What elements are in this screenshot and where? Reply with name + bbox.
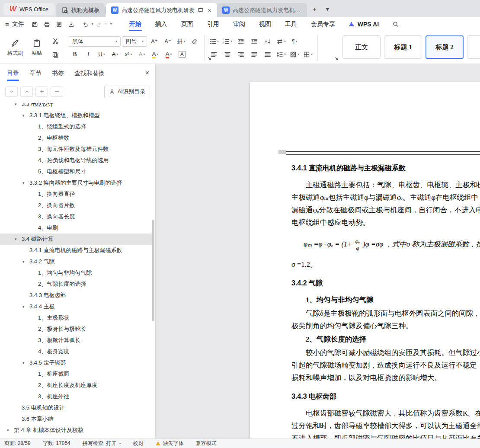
navigation-tab[interactable]: 目录 [7, 64, 19, 83]
menu-tab[interactable]: 审阅 [226, 17, 252, 31]
close-pane-icon[interactable]: × [145, 69, 149, 77]
shading-button[interactable]: ▾ [288, 49, 301, 60]
outline-item[interactable]: 3.6 本章小结 [0, 413, 152, 425]
collapse-arrow-icon[interactable]: ▾ [22, 259, 29, 264]
outline-item[interactable]: 4、电刷 [0, 222, 152, 234]
template-search-tab[interactable]: 找稻壳模板 [56, 3, 105, 17]
navigation-tab[interactable]: 书签 [52, 64, 64, 83]
font-name-select[interactable]: 黑体 ▾ [69, 36, 121, 47]
collapse-arrow-icon[interactable]: ▾ [15, 103, 22, 106]
outline-item[interactable]: 3、机座外径 [0, 391, 152, 402]
outline-item[interactable]: 3.4.3 电枢齿部 [0, 290, 152, 301]
outline-item[interactable]: ▾3.4.5 定子轭部 [0, 357, 152, 368]
wps-home-button[interactable]: W WPS Office [3, 3, 54, 15]
compat-mode-indicator[interactable]: 兼容模式 [195, 440, 216, 447]
page-indicator[interactable]: 页面: 28/59 [4, 440, 31, 447]
style-preset[interactable]: 标题 2 [426, 35, 464, 59]
outline-item[interactable]: 4、热负载和电枢导线的选用 [0, 155, 152, 166]
superscript-button[interactable]: x²▾ [122, 49, 134, 60]
decrease-indent-button[interactable] [235, 36, 247, 47]
search-icon[interactable] [390, 19, 401, 29]
outline-item[interactable]: 3.5 电机轴的设计 [0, 402, 152, 413]
print-preview-icon[interactable] [54, 19, 64, 29]
paragraph-dialog-launcher-icon[interactable] [334, 56, 339, 61]
menu-tab[interactable]: 页面 [174, 17, 200, 31]
asian-layout-button[interactable]: ▾ [275, 36, 287, 47]
grow-font-button[interactable]: A⁺ [148, 36, 160, 47]
style-preset[interactable]: 正文 [342, 35, 381, 59]
italic-button[interactable]: I [82, 49, 94, 60]
menu-tab[interactable]: 视图 [252, 17, 278, 31]
sort-button[interactable]: A [262, 36, 274, 47]
menu-tab[interactable]: 引用 [200, 17, 226, 31]
line-spacing-button[interactable]: ▾ [275, 49, 287, 60]
outline-item[interactable]: 5、电枢槽型和尺寸 [0, 166, 152, 177]
collapse-arrow-icon[interactable]: ▾ [15, 237, 22, 241]
redo-dropdown-icon[interactable]: ▾ [105, 22, 107, 26]
print-icon[interactable] [42, 19, 52, 29]
align-justify-button[interactable] [248, 49, 260, 60]
sidebar-scrollbar[interactable] [152, 220, 154, 321]
format-painter-button[interactable]: 格式刷 [4, 34, 26, 62]
outline-item[interactable]: 2、机座长度及机座厚度 [0, 380, 152, 391]
outline-item[interactable]: 1、主极形状 [0, 312, 152, 323]
shrink-font-button[interactable]: A⁻ [162, 36, 174, 47]
collapse-all-button[interactable] [20, 86, 33, 97]
highlight-color-button[interactable]: A▾ [149, 49, 161, 60]
spellcheck-toggle[interactable]: 拼写检查: 打开 ▾ [83, 440, 121, 447]
style-preset[interactable] [467, 35, 480, 59]
number-list-button[interactable]: 123▾ [221, 36, 234, 47]
cut-icon[interactable] [49, 36, 61, 46]
char-shading-button[interactable]: A [176, 49, 188, 60]
collapse-arrow-icon[interactable]: ▾ [7, 428, 14, 432]
proofread-button[interactable]: 校对 [133, 440, 143, 447]
wps-ai-button[interactable]: WPS AI [348, 21, 379, 28]
bullet-list-button[interactable]: ▾ [208, 36, 220, 47]
outline-item[interactable]: ▾3.4.2 气隙 [0, 256, 152, 267]
redo-icon[interactable] [93, 19, 104, 29]
outline-item[interactable]: 2、极身长与极靴长 [0, 323, 152, 335]
expand-level-button[interactable] [35, 86, 48, 97]
export-icon[interactable] [66, 19, 77, 29]
outline-item[interactable]: 1、换向器直径 [0, 189, 152, 200]
borders-button[interactable]: ▾ [302, 49, 314, 60]
show-paragraph-marks-button[interactable]: ¶▾ [288, 36, 301, 47]
outline-item[interactable]: 3、每元件匝数及每槽元件数 [0, 144, 152, 155]
outline-item[interactable]: 2、电枢槽数 [0, 132, 152, 144]
outline-item[interactable]: 3、换向器长度 [0, 211, 152, 222]
outline-item[interactable]: 3、极靴计算弧长 [0, 335, 152, 346]
align-center-button[interactable] [221, 49, 234, 60]
font-dialog-launcher-icon[interactable] [207, 56, 212, 61]
outline-item[interactable]: 1、机座截面 [0, 368, 152, 380]
bold-button[interactable]: B [69, 49, 81, 60]
outline-item[interactable]: 3.4.1 直流电机的磁路与主极漏磁系数 [0, 245, 152, 256]
navigation-tab[interactable]: 查找和替换 [74, 64, 105, 83]
document-page[interactable]: 3.4.1 直流电机的磁路与主极漏磁系数主磁通磁路主要包括：气隙、电枢齿、电枢轭… [250, 82, 480, 438]
paste-button[interactable]: 粘贴 [26, 34, 48, 62]
copy-icon[interactable] [49, 50, 61, 60]
ai-recognize-toc-button[interactable]: AI识别目录 [104, 86, 150, 98]
outline-item[interactable]: 2、换向器片数 [0, 200, 152, 211]
outline-item[interactable]: ▾3.4.4 主极 [0, 301, 152, 312]
collapse-arrow-icon[interactable]: ▾ [22, 361, 29, 365]
outline-item[interactable]: 1、绕组型式的选择 [0, 121, 152, 132]
outline-item[interactable]: ▾3.3 电枢设计 [0, 103, 152, 110]
underline-button[interactable]: U▾ [96, 49, 108, 60]
customize-toolbar-icon[interactable]: ▾ [110, 22, 112, 26]
file-menu-button[interactable]: ≡ 文件 [5, 20, 24, 28]
collapse-arrow-icon[interactable]: ▾ [22, 113, 29, 118]
missing-font-warning[interactable]: 缺失字体 [155, 440, 183, 447]
align-right-button[interactable] [235, 49, 247, 60]
close-tab-icon[interactable]: × [207, 7, 212, 14]
document-tab-inactive[interactable]: W 高速公路隧道风力发电机研发设计 说 [217, 3, 307, 17]
outline-item[interactable]: ▾3.3.1 电枢绕组、槽数和槽型 [0, 110, 152, 121]
outline-item[interactable]: ▾第 4 章 机械本体设计及校核 [0, 425, 152, 436]
text-effects-button[interactable]: A▾ [136, 49, 148, 60]
save-icon[interactable] [29, 19, 40, 29]
pinyin-guide-button[interactable]: 拼▾ [175, 36, 187, 47]
font-size-select[interactable]: 四号 ▾ [122, 36, 147, 47]
collapse-arrow-icon[interactable]: ▾ [22, 181, 29, 185]
collapse-level-button[interactable] [51, 86, 63, 97]
expand-all-button[interactable] [5, 86, 18, 97]
menu-tab[interactable]: 会员专享 [304, 17, 342, 31]
